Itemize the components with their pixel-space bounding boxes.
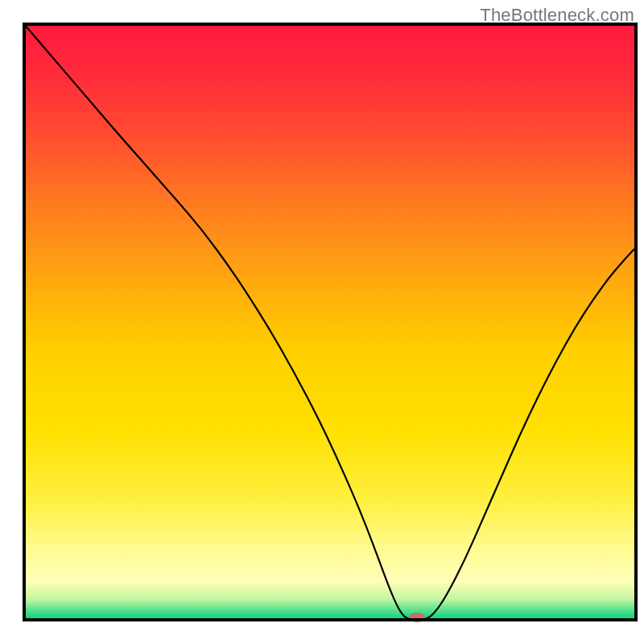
chart-container: TheBottleneck.com: [0, 0, 644, 644]
watermark-text: TheBottleneck.com: [480, 5, 634, 26]
bottleneck-chart: [0, 0, 644, 644]
plot-background: [24, 24, 636, 620]
